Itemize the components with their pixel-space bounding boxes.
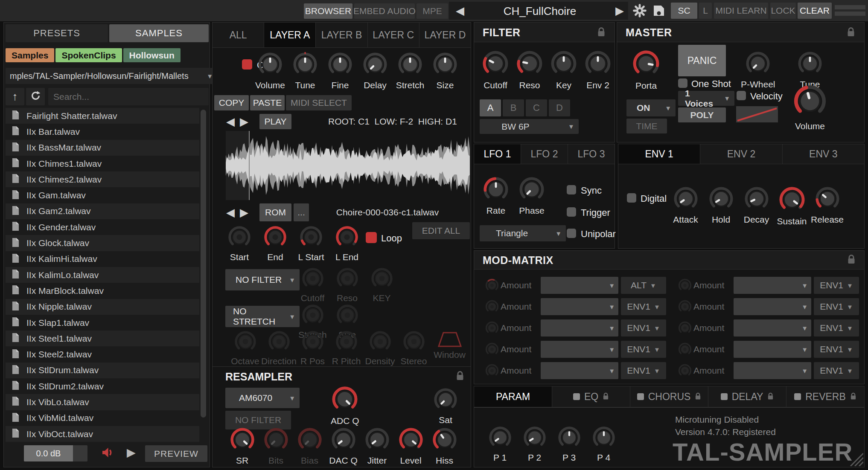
preview-play-button[interactable]: ▶ — [127, 446, 136, 459]
browser-button[interactable]: BROWSER — [304, 3, 352, 19]
list-item[interactable]: IIx VibOct.talwav — [6, 426, 199, 442]
hiss-knob[interactable] — [432, 427, 457, 454]
reso-knob[interactable] — [516, 50, 543, 78]
time-button[interactable]: TIME — [626, 119, 667, 133]
sustain-knob[interactable] — [779, 186, 805, 215]
size-knob[interactable] — [336, 304, 358, 328]
lock-icon[interactable] — [456, 371, 464, 383]
list-item[interactable]: IIx Chimes2.talwav — [6, 171, 199, 187]
edit-all-button[interactable]: EDIT ALL — [412, 222, 470, 239]
midi-learn-button[interactable]: MIDI LEARN — [714, 3, 768, 19]
attack-knob[interactable] — [673, 186, 698, 213]
tab-env-3[interactable]: ENV 3 — [783, 144, 864, 164]
release-knob[interactable] — [815, 186, 840, 213]
master-mode-dropdown[interactable]: ON ▼ — [626, 99, 676, 116]
mod-source-dropdown[interactable]: ▼ — [734, 277, 811, 294]
panic-button[interactable]: PANIC — [678, 45, 726, 76]
size-knob[interactable] — [433, 52, 457, 78]
mpe-button[interactable]: MPE — [417, 3, 448, 19]
filter-type-dropdown[interactable]: BW 6P ▼ — [480, 119, 579, 134]
l-end-knob[interactable] — [335, 226, 358, 250]
filter-layer-button-a[interactable]: A — [480, 99, 501, 116]
preview-volume-slider[interactable]: 0.0 dB — [24, 445, 87, 461]
p-4-knob[interactable] — [592, 426, 615, 451]
prev-sample-zone-button[interactable]: ◀ — [224, 114, 237, 129]
mod-source-dropdown[interactable]: ▼ — [734, 298, 811, 315]
midi-select-button[interactable]: MIDI SELECT — [286, 95, 352, 110]
list-item[interactable]: IIx Glock.talwav — [6, 235, 199, 251]
delay-knob[interactable] — [363, 52, 387, 78]
mod-source-dropdown[interactable]: ▼ — [734, 362, 811, 379]
velocity-checkbox[interactable] — [737, 91, 746, 100]
tag-hollowsun[interactable]: Hollowsun — [123, 48, 181, 62]
tag-spokenclips[interactable]: SpokenClips — [55, 48, 122, 62]
r-pos-knob[interactable] — [302, 331, 324, 354]
mod-source-dropdown[interactable]: ▼ — [541, 298, 618, 315]
mod-target-dropdown[interactable]: ENV1▼ — [814, 341, 859, 358]
tab-lfo-1[interactable]: LFO 1 — [474, 144, 521, 164]
tab-layer-c[interactable]: LAYER C — [368, 23, 419, 47]
file-list-scrollbar[interactable] — [201, 110, 206, 418]
prev-sample-button[interactable]: ◀ — [224, 203, 237, 221]
folder-up-button[interactable]: ↑ — [6, 88, 24, 105]
mod-target-dropdown[interactable]: ALT▼ — [621, 277, 666, 294]
lock-icon[interactable] — [847, 254, 856, 266]
embed-audio-button[interactable]: EMBED AUDIO — [354, 3, 415, 19]
poly-button[interactable]: POLY — [678, 107, 726, 122]
key-knob[interactable] — [551, 50, 577, 78]
list-item[interactable]: IIx KalimLo.talwav — [6, 267, 199, 283]
sample-path-dropdown[interactable]: mples/TAL-Sampler/Hollowsun/Fairlight/Ma… — [6, 68, 217, 84]
tab-env-2[interactable]: ENV 2 — [700, 144, 782, 164]
l-button[interactable]: L — [699, 3, 712, 19]
lock-icon[interactable] — [603, 391, 609, 403]
layer-on-checkbox[interactable] — [242, 59, 252, 70]
density-knob[interactable] — [369, 331, 391, 354]
bits-knob[interactable] — [264, 427, 288, 454]
list-item[interactable]: Fairlight Shatter.talwav — [6, 108, 199, 124]
mod-amount-knob[interactable] — [485, 342, 499, 358]
sr-knob[interactable] — [230, 427, 255, 454]
list-item[interactable]: IIx Steel1.talwav — [6, 331, 199, 346]
layer-filter-dropdown[interactable]: NO FILTER ▼ — [225, 269, 300, 290]
tab-presets[interactable]: PRESETS — [6, 24, 108, 42]
mod-amount-knob[interactable] — [485, 364, 499, 379]
filter-layer-button-d[interactable]: D — [549, 99, 570, 116]
list-item[interactable]: IIx BassMar.talwav — [6, 140, 199, 156]
lock-icon[interactable] — [850, 391, 856, 403]
lfo-unipolar-checkbox[interactable] — [567, 229, 576, 238]
stretch-knob[interactable] — [302, 304, 324, 328]
save-icon[interactable] — [652, 3, 666, 20]
key-knob[interactable] — [371, 267, 393, 291]
mod-target-dropdown[interactable]: ENV1▼ — [621, 298, 666, 315]
refresh-button[interactable] — [26, 88, 45, 105]
tab-delay[interactable]: DELAY — [708, 386, 786, 407]
stereo-knob[interactable] — [403, 331, 425, 354]
sample-more-button[interactable]: ... — [294, 203, 309, 221]
start-knob[interactable] — [228, 226, 251, 250]
list-item[interactable]: IIx KalimHi.talwav — [6, 251, 199, 267]
fx-enable-checkbox[interactable] — [637, 393, 644, 400]
adc-q-knob[interactable] — [332, 386, 358, 414]
cutoff-knob[interactable] — [302, 267, 324, 291]
tab-lfo-3[interactable]: LFO 3 — [568, 144, 615, 164]
mod-source-dropdown[interactable]: ▼ — [541, 277, 618, 294]
tab-param[interactable]: PARAM — [474, 386, 552, 407]
list-item[interactable]: IIx StlDrum2.talwav — [6, 378, 199, 394]
decay-knob[interactable] — [744, 186, 769, 213]
window-shape-icon[interactable] — [437, 331, 462, 349]
lfo-sync-checkbox[interactable] — [567, 185, 576, 194]
lock-icon[interactable] — [597, 27, 606, 39]
tag-samples[interactable]: Samples — [6, 48, 54, 62]
file-list[interactable]: Fairlight Shatter.talwavIIx Bar.talwavII… — [6, 108, 199, 442]
lfo-trigger-checkbox[interactable] — [567, 207, 576, 217]
mod-source-dropdown[interactable]: ▼ — [541, 319, 618, 337]
tab-chorus[interactable]: CHORUS — [630, 386, 708, 407]
tab-all[interactable]: ALL — [213, 23, 264, 47]
volume-knob[interactable] — [258, 52, 283, 78]
tab-env-1[interactable]: ENV 1 — [618, 144, 700, 164]
prev-preset-button[interactable]: ◀ — [452, 3, 468, 18]
play-button[interactable]: PLAY — [259, 114, 291, 129]
list-item[interactable]: IIx Gender.talwav — [6, 219, 199, 235]
env-digital-checkbox[interactable] — [627, 193, 636, 203]
lfo-waveform-dropdown[interactable]: Triangle ▼ — [480, 225, 566, 241]
